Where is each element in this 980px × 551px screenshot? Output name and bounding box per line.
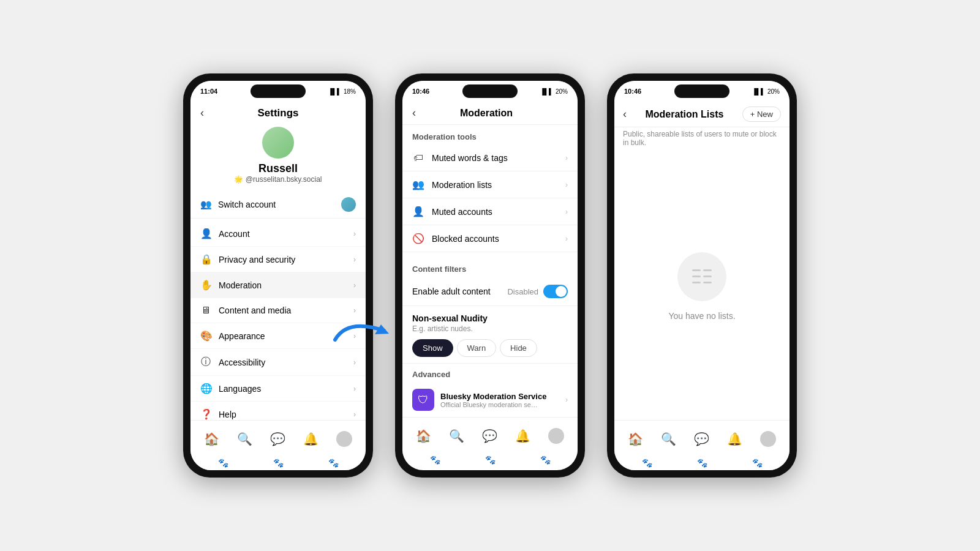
accessibility-label: Accessibility (219, 358, 265, 367)
settings-item-accessibility[interactable]: ⓘ Accessibility › (190, 349, 366, 376)
blocked-accounts-icon: 🚫 (412, 233, 424, 244)
chevron-icon: › (353, 358, 356, 367)
svg-rect-1 (692, 269, 701, 271)
appearance-icon: 🎨 (200, 330, 211, 342)
mod-lists-label: Moderation lists (432, 180, 492, 190)
notch-pill-2 (462, 84, 518, 98)
switch-avatar-mini (341, 197, 356, 212)
appearance-label: Appearance (219, 331, 265, 341)
nav-avatar-3[interactable] (760, 431, 776, 447)
search-nav-icon-2[interactable]: 🔍 (449, 429, 464, 443)
switch-account-row[interactable]: 👥 Switch account (190, 191, 366, 219)
bell-nav-icon-3[interactable]: 🔔 (727, 432, 742, 446)
adult-content-status: Disabled (507, 287, 538, 296)
muted-words-icon: 🏷 (412, 152, 424, 163)
paw-icon-2: 🐾 (273, 458, 284, 468)
settings-item-help[interactable]: ❓ Help › (190, 402, 366, 420)
chevron-icon: › (353, 410, 356, 419)
phone-moderation: 10:46 ▐▌▌ 20% ‹ Moderation Moderation to… (395, 73, 585, 478)
advanced-section-label: Advanced (402, 364, 578, 383)
content-filters-section-label: Content filters (402, 257, 578, 277)
muted-words-label: Muted words & tags (432, 153, 508, 163)
show-button[interactable]: Show (412, 339, 453, 357)
accessibility-icon: ⓘ (200, 356, 211, 369)
bottom-nav-1: 🏠 🔍 💬 🔔 (190, 420, 366, 457)
chevron-icon: › (565, 154, 568, 162)
svg-marker-0 (375, 324, 389, 334)
chat-nav-icon-3[interactable]: 💬 (694, 432, 709, 446)
nudity-button-group: Show Warn Hide (412, 339, 568, 357)
notch-pill-3 (674, 84, 729, 98)
mod-item-muted-accounts[interactable]: 👤 Muted accounts › (402, 198, 578, 225)
status-bar-1: 11:04 ▐▌▌ 18% (190, 81, 366, 102)
service-chevron: › (565, 395, 568, 404)
chat-nav-icon[interactable]: 💬 (270, 432, 285, 446)
settings-item-moderation[interactable]: ✋ Moderation › (190, 272, 366, 298)
back-button-3[interactable]: ‹ (623, 108, 627, 121)
bottom-nav-2: 🏠 🔍 💬 🔔 (402, 417, 578, 454)
paw-icon-7: 🐾 (642, 458, 652, 468)
service-name: Bluesky Moderation Service (440, 392, 546, 401)
help-label: Help (219, 410, 236, 419)
back-button-2[interactable]: ‹ (412, 107, 416, 119)
chevron-icon: › (353, 281, 356, 290)
home-nav-icon[interactable]: 🏠 (204, 432, 219, 446)
profile-name: Russell (258, 162, 298, 175)
status-icons-2: ▐▌▌ 20% (540, 88, 568, 95)
nav-avatar[interactable] (336, 431, 352, 447)
empty-text: You have no lists. (668, 311, 735, 321)
paw-icon-1: 🐾 (218, 458, 228, 468)
time-2: 10:46 (412, 88, 429, 95)
bluesky-moderation-service-row[interactable]: 🛡 Bluesky Moderation Service Official Bl… (402, 383, 578, 417)
home-nav-icon-2[interactable]: 🏠 (416, 429, 431, 443)
bell-nav-icon-2[interactable]: 🔔 (515, 429, 530, 443)
paw-icon-4: 🐾 (430, 455, 440, 465)
battery-2: 20% (556, 88, 568, 95)
chat-nav-icon-2[interactable]: 💬 (482, 429, 497, 443)
search-nav-icon-3[interactable]: 🔍 (661, 432, 676, 446)
warn-button[interactable]: Warn (457, 339, 497, 357)
phone-mod-lists: 10:46 ▐▌▌ 20% ‹ Moderation Lists + New P… (607, 73, 797, 478)
nudity-card-desc: E.g. artistic nudes. (412, 324, 568, 333)
content-label: Content and media (219, 305, 291, 315)
chevron-icon: › (565, 208, 568, 216)
settings-item-privacy[interactable]: 🔒 Privacy and security › (190, 247, 366, 272)
chevron-icon: › (353, 332, 356, 340)
chevron-icon: › (353, 255, 356, 264)
adult-content-label: Enable adult content (412, 287, 491, 296)
phone-settings: 11:04 ▐▌▌ 18% ‹ Settings Russell 🌟 @russ… (183, 73, 373, 478)
mod-item-blocked-accounts[interactable]: 🚫 Blocked accounts › (402, 225, 578, 252)
adult-content-switch[interactable] (543, 285, 568, 298)
privacy-icon: 🔒 (200, 253, 211, 265)
mod-item-muted-words[interactable]: 🏷 Muted words & tags › (402, 145, 578, 171)
hide-button[interactable]: Hide (500, 339, 537, 357)
status-bar-3: 10:46 ▐▌▌ 20% (614, 81, 790, 102)
settings-item-content[interactable]: 🖥 Content and media › (190, 298, 366, 323)
languages-icon: 🌐 (200, 383, 211, 394)
service-desc: Official Bluesky moderation service. htt… (440, 401, 538, 408)
mod-item-lists[interactable]: 👥 Moderation lists › (402, 171, 578, 198)
nav-avatar-2[interactable] (548, 428, 564, 444)
settings-item-appearance[interactable]: 🎨 Appearance › (190, 323, 366, 349)
settings-page-title: Settings (257, 107, 298, 119)
paw-row-1: 🐾 🐾 🐾 (190, 457, 366, 470)
new-list-button[interactable]: + New (742, 107, 781, 122)
languages-label: Languages (219, 384, 261, 394)
bell-nav-icon[interactable]: 🔔 (303, 432, 318, 446)
svg-rect-6 (703, 282, 712, 283)
search-nav-icon[interactable]: 🔍 (237, 432, 252, 446)
mod-lists-icon: 👥 (412, 179, 424, 190)
settings-item-languages[interactable]: 🌐 Languages › (190, 376, 366, 402)
bottom-nav-3: 🏠 🔍 💬 🔔 (614, 420, 790, 457)
settings-header: ‹ Settings (190, 102, 366, 122)
mod-tools-section-label: Moderation tools (402, 125, 578, 145)
back-button-1[interactable]: ‹ (200, 107, 204, 119)
switch-account-label: Switch account (218, 200, 276, 209)
chevron-icon: › (353, 306, 356, 315)
account-label: Account (219, 229, 250, 239)
home-nav-icon-3[interactable]: 🏠 (628, 432, 643, 446)
svg-rect-4 (703, 276, 712, 277)
status-icons-3: ▐▌▌ 20% (752, 88, 780, 95)
settings-item-account[interactable]: 👤 Account › (190, 221, 366, 247)
paw-row-2: 🐾 🐾 🐾 (402, 454, 578, 467)
